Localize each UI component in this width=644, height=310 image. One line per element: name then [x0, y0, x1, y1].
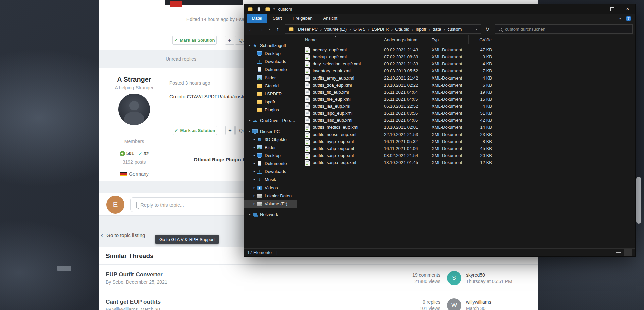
nav-item[interactable]: Schnellzugriff: [244, 41, 297, 49]
thread-last-user[interactable]: skyred50: [466, 272, 530, 278]
file-row[interactable]: outfits_sasp_eup.xml 08.02.2021 21:54 XM…: [297, 152, 635, 159]
details-view-button[interactable]: [614, 249, 623, 256]
minimize-button[interactable]: [589, 4, 604, 14]
nav-item[interactable]: Desktop: [244, 151, 297, 159]
author-name[interactable]: A Stranger: [99, 75, 169, 83]
file-row[interactable]: outfits_iaa_eup.xml 06.10.2021 22:52 XML…: [297, 103, 635, 110]
file-row[interactable]: outfits_sahp_eup.xml 16.11.2021 04:06 XM…: [297, 145, 635, 152]
collapse-ribbon-chevron-icon[interactable]: ▾: [619, 17, 621, 20]
file-row[interactable]: outfits_saspa_eup.xml 13.10.2021 01:45 X…: [297, 159, 635, 166]
browser-scrollbar-thumb[interactable]: [636, 177, 641, 224]
column-header-date[interactable]: Änderungsdatum: [381, 35, 429, 44]
signature-link[interactable]: Official Rage Plugin Ho: [194, 157, 249, 162]
back-button[interactable]: ←: [247, 25, 255, 34]
large-icons-view-button[interactable]: [624, 249, 632, 256]
nav-item[interactable]: Dieser PC: [244, 127, 297, 135]
expand-chevron-icon[interactable]: [247, 44, 252, 47]
expand-chevron-icon[interactable]: [252, 138, 257, 141]
customize-toolbar-chevron-icon[interactable]: ▾: [273, 7, 275, 11]
expand-chevron-icon[interactable]: [252, 146, 257, 149]
breadcrumb-segment[interactable]: data ›: [430, 26, 445, 32]
nav-item[interactable]: Gta.old: [244, 82, 297, 90]
breadcrumb-segment[interactable]: GTA 5 ›: [351, 26, 369, 32]
avatar[interactable]: S: [447, 271, 461, 285]
file-row[interactable]: backup_eupfr.xml 07.02.2021 08:39 XML-Do…: [297, 53, 635, 60]
expand-chevron-icon[interactable]: [252, 170, 257, 173]
expand-chevron-icon[interactable]: [252, 154, 257, 157]
ribbon-tab[interactable]: Start: [267, 14, 287, 23]
ribbon-tab[interactable]: Datei: [247, 14, 267, 23]
expand-chevron-icon[interactable]: [247, 213, 252, 216]
file-row[interactable]: duty_selection_eupfr.xml 09.02.2021 21:3…: [297, 60, 635, 67]
nav-item[interactable]: Musik: [244, 175, 297, 184]
refresh-icon[interactable]: ↻: [482, 25, 492, 34]
thread-title-link[interactable]: Cant get EUP outfits: [106, 299, 161, 305]
breadcrumb-segment[interactable]: Gta.old ›: [393, 26, 413, 32]
thread-title-link[interactable]: EUP Outfit Converter: [106, 271, 167, 278]
properties-icon[interactable]: [257, 7, 261, 11]
nav-item[interactable]: Volume (E:): [244, 200, 297, 208]
mark-as-solution-button[interactable]: ✓ Mark as Solution: [172, 36, 217, 45]
mark-as-solution-button[interactable]: ✓ Mark as Solution: [173, 126, 217, 135]
column-header-size[interactable]: Größe: [469, 35, 495, 44]
breadcrumb-segment[interactable]: custom ›: [445, 27, 464, 32]
up-button[interactable]: ↑: [273, 25, 282, 34]
thread-last-user[interactable]: willywilliams: [466, 299, 530, 305]
nav-item[interactable]: Lokaler Datenträger: [244, 192, 297, 200]
forward-button[interactable]: →: [257, 25, 265, 34]
nav-item[interactable]: LSPDFR: [244, 90, 297, 98]
file-row[interactable]: inventory_eupfr.xml 09.03.2019 05:52 XML…: [297, 67, 635, 74]
expand-chevron-icon[interactable]: [252, 202, 257, 205]
address-bar[interactable]: Dieser PC › Volume (E:) › GTA 5 ›: [285, 24, 481, 34]
expand-chevron-icon[interactable]: [252, 186, 257, 189]
breadcrumb-segment[interactable]: LSPDFR ›: [369, 26, 393, 32]
nav-item[interactable]: Dokumente: [244, 159, 297, 167]
avatar[interactable]: E: [106, 196, 124, 214]
expand-chevron-icon[interactable]: [247, 119, 252, 122]
close-button[interactable]: ×: [620, 4, 635, 14]
file-row[interactable]: outfits_fire_eup.xml 16.11.2021 04:05 XM…: [297, 96, 635, 103]
multiquote-button[interactable]: +: [225, 126, 235, 135]
ribbon-tab[interactable]: Freigeben: [287, 14, 318, 23]
nav-item[interactable]: Desktop: [244, 49, 297, 57]
nav-item[interactable]: OneDrive - Personal: [244, 116, 297, 124]
file-row[interactable]: agency_eupfr.xml 09.02.2021 21:43 XML-Do…: [297, 46, 635, 53]
nav-item[interactable]: Dokumente: [244, 65, 297, 73]
file-row[interactable]: outfits_noose_eup.xml 22.10.2021 21:53 X…: [297, 131, 635, 138]
multiquote-button[interactable]: +: [225, 36, 234, 45]
breadcrumb-segment[interactable]: lspdfr ›: [413, 26, 430, 32]
go-to-topic-listing-link[interactable]: ‹ Go to topic listing: [101, 232, 145, 238]
nav-item[interactable]: Downloads: [244, 167, 297, 175]
search-box[interactable]: custom durchsuchen: [495, 24, 633, 34]
address-dropdown-chevron-icon[interactable]: ▾: [474, 28, 479, 31]
file-row[interactable]: outfits_army_eup.xml 22.10.2021 21:42 XM…: [297, 74, 635, 82]
nav-item[interactable]: Videos: [244, 184, 297, 192]
ribbon-tab[interactable]: Ansicht: [318, 14, 343, 23]
help-icon[interactable]: ?: [626, 16, 631, 21]
nav-item[interactable]: 3D-Objekte: [244, 135, 297, 143]
nav-item[interactable]: Bilder: [244, 73, 297, 82]
nav-item[interactable]: Netzwerk: [244, 210, 297, 218]
nav-item[interactable]: Bilder: [244, 143, 297, 151]
new-folder-icon[interactable]: [265, 7, 270, 11]
column-header-name[interactable]: Name: [297, 35, 381, 44]
file-row[interactable]: outfits_lspd_eup.xml 16.11.2021 03:56 XM…: [297, 110, 635, 117]
breadcrumb-segment[interactable]: Dieser PC ›: [296, 26, 322, 32]
breadcrumb-segment[interactable]: Volume (E:) ›: [322, 26, 351, 32]
file-row[interactable]: outfits_doa_eup.xml 13.10.2021 02:22 XML…: [297, 82, 635, 89]
avatar[interactable]: W: [447, 298, 461, 310]
file-row[interactable]: outfits_fib_eup.xml 16.11.2021 04:04 XML…: [297, 89, 635, 96]
expand-chevron-icon[interactable]: [252, 194, 257, 197]
file-row[interactable]: outfits_medics_eup.xml 13.10.2021 02:01 …: [297, 124, 635, 131]
column-header-type[interactable]: Typ: [429, 35, 469, 44]
nav-item[interactable]: Downloads: [244, 57, 297, 65]
maximize-button[interactable]: [604, 4, 620, 14]
nav-item[interactable]: Plugins: [244, 106, 297, 114]
expand-chevron-icon[interactable]: [252, 178, 257, 181]
expand-chevron-icon[interactable]: [252, 162, 257, 165]
file-row[interactable]: outfits_nysp_eup.xml 16.11.2021 05:32 XM…: [297, 138, 635, 145]
title-bar[interactable]: ▾ custom ×: [244, 4, 635, 14]
expand-chevron-icon[interactable]: [247, 130, 252, 133]
recent-locations-chevron-icon[interactable]: ▾: [267, 25, 272, 34]
avatar[interactable]: [118, 94, 150, 125]
